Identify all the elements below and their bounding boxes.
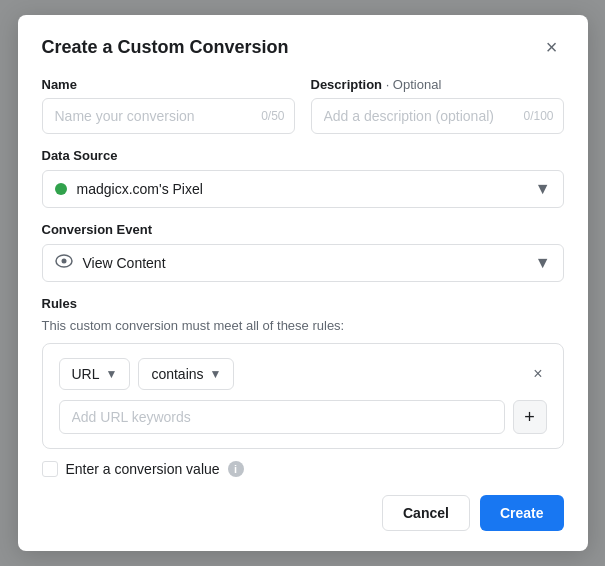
description-label: Description · Optional — [311, 77, 564, 92]
rules-description: This custom conversion must meet all of … — [42, 318, 564, 333]
url-input-row: + — [59, 400, 547, 434]
rules-controls-row: URL ▼ contains ▼ × — [59, 358, 547, 390]
data-source-value: madgicx.com's Pixel — [77, 181, 535, 197]
name-description-row: Name 0/50 Description · Optional 0/100 — [42, 77, 564, 134]
pixel-status-dot — [55, 183, 67, 195]
name-group: Name 0/50 — [42, 77, 295, 134]
conversion-event-section: Conversion Event View Content ▼ — [42, 222, 564, 282]
name-input-wrapper: 0/50 — [42, 98, 295, 134]
description-optional: · Optional — [386, 77, 442, 92]
url-keywords-input[interactable] — [59, 400, 505, 434]
name-label: Name — [42, 77, 295, 92]
name-char-count: 0/50 — [261, 109, 284, 123]
contains-dropdown[interactable]: contains ▼ — [138, 358, 234, 390]
url-dropdown[interactable]: URL ▼ — [59, 358, 131, 390]
cancel-button[interactable]: Cancel — [382, 495, 470, 531]
description-char-count: 0/100 — [523, 109, 553, 123]
conversion-value-row: Enter a conversion value i — [42, 461, 564, 477]
rules-label: Rules — [42, 296, 564, 311]
conversion-event-value: View Content — [83, 255, 535, 271]
conversion-event-chevron-icon: ▼ — [535, 254, 551, 272]
url-label: URL — [72, 366, 100, 382]
contains-label: contains — [151, 366, 203, 382]
rules-close-button[interactable]: × — [529, 361, 546, 387]
add-keyword-button[interactable]: + — [513, 400, 547, 434]
svg-point-1 — [61, 259, 66, 264]
modal-title: Create a Custom Conversion — [42, 37, 289, 58]
modal: Create a Custom Conversion × Name 0/50 D… — [18, 15, 588, 551]
conversion-value-label: Enter a conversion value — [66, 461, 220, 477]
data-source-section: Data Source madgicx.com's Pixel ▼ — [42, 148, 564, 208]
conversion-value-checkbox[interactable] — [42, 461, 58, 477]
name-input[interactable] — [42, 98, 295, 134]
modal-header: Create a Custom Conversion × — [42, 35, 564, 59]
modal-footer: Cancel Create — [42, 495, 564, 531]
modal-overlay: Create a Custom Conversion × Name 0/50 D… — [0, 0, 605, 566]
description-input-wrapper: 0/100 — [311, 98, 564, 134]
url-chevron-icon: ▼ — [106, 367, 118, 381]
data-source-label: Data Source — [42, 148, 564, 163]
data-source-select[interactable]: madgicx.com's Pixel ▼ — [42, 170, 564, 208]
conversion-event-select[interactable]: View Content ▼ — [42, 244, 564, 282]
info-icon[interactable]: i — [228, 461, 244, 477]
rules-section: Rules This custom conversion must meet a… — [42, 296, 564, 477]
create-button[interactable]: Create — [480, 495, 564, 531]
close-button[interactable]: × — [540, 35, 564, 59]
eye-icon — [55, 254, 73, 272]
rules-box: URL ▼ contains ▼ × + — [42, 343, 564, 449]
conversion-event-label: Conversion Event — [42, 222, 564, 237]
contains-chevron-icon: ▼ — [210, 367, 222, 381]
description-group: Description · Optional 0/100 — [311, 77, 564, 134]
data-source-chevron-icon: ▼ — [535, 180, 551, 198]
